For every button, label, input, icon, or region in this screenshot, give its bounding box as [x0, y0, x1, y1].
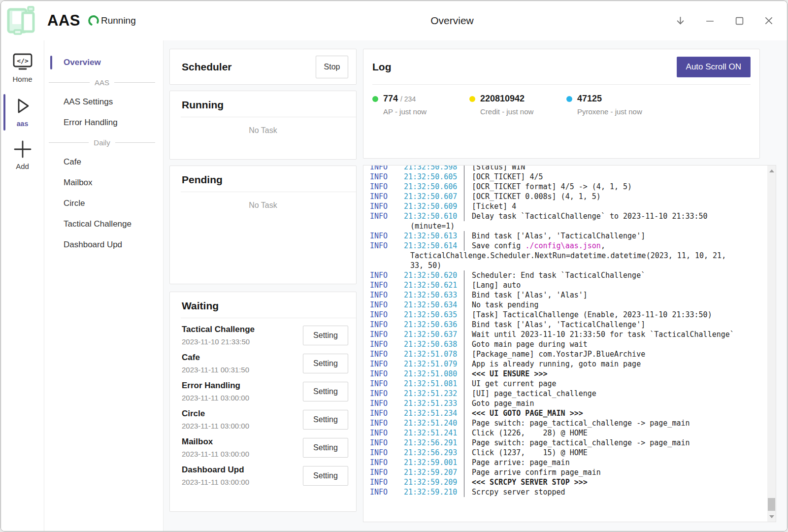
sidebar-item-error-handling[interactable]: Error Handling: [44, 112, 163, 133]
log-entry: INFO21:32:50.621[Lang] auto: [363, 280, 767, 290]
stat-dot-icon: [469, 96, 475, 102]
log-entry: INFO21:32:50.633Bind task ['Alas', 'Alas…: [363, 290, 767, 300]
scroll-down-icon[interactable]: [767, 512, 776, 521]
log-entry-continuation: 33, 50): [363, 261, 767, 270]
log-message: [Package_name] com.YostarJP.BlueArchive: [464, 349, 645, 359]
sidebar-item-dashboard-upd[interactable]: Dashboard Upd: [44, 234, 163, 255]
log-level: INFO: [363, 280, 404, 290]
app-name: AAS: [47, 12, 80, 30]
log-entry: INFO21:32:50.605[OCR_TICKET] 4/5: [363, 172, 767, 182]
log-message: Click (1226, 28) @ HOME: [464, 428, 588, 438]
scheduler-stop-button[interactable]: Stop: [316, 56, 348, 78]
log-message: [OCR_TICKET 0.008s] (4, 1, 5): [464, 192, 601, 201]
pending-card: Pending No Task: [169, 166, 357, 284]
status-label: Running: [101, 15, 136, 26]
task-setting-button[interactable]: Setting: [303, 326, 348, 345]
stat-pyroxene: 47125Pyroxene - just now: [566, 94, 663, 116]
waiting-card: Waiting Tactical Challenge2023-11-10 21:…: [169, 292, 357, 512]
nav-section-label: AAS: [90, 78, 114, 87]
log-entry: INFO21:32:50.613Bind task ['Alas', 'Tact…: [363, 231, 767, 241]
log-message: [OCR_TICKET format] 4/5 -> (4, 1, 5): [464, 182, 632, 192]
sidebar-item-overview[interactable]: Overview: [44, 52, 163, 73]
log-level: INFO: [363, 369, 404, 379]
maximize-button[interactable]: [734, 15, 745, 26]
nav-section-daily: Daily: [44, 133, 163, 152]
log-message: [Ticket] 4: [464, 201, 516, 211]
log-scrollbar[interactable]: [767, 166, 776, 522]
close-button[interactable]: [763, 15, 774, 26]
running-spinner-icon: [87, 14, 100, 27]
log-timestamp: 21:32:50.634: [404, 300, 464, 310]
task-name: Circle: [182, 409, 303, 419]
running-title: Running: [170, 99, 356, 117]
stat-value-row: 220810942: [469, 94, 566, 104]
rail-item-aas[interactable]: aas: [1, 92, 44, 133]
rail-item-home[interactable]: </> Home: [1, 49, 44, 88]
log-timestamp: 21:32:50.636: [404, 320, 464, 330]
rail-item-add[interactable]: Add: [1, 136, 44, 175]
log-message: Goto main page during wait: [464, 339, 588, 349]
task-name: Mailbox: [182, 437, 303, 447]
stat-value-row: 47125: [566, 94, 663, 104]
task-setting-button[interactable]: Setting: [303, 410, 348, 430]
log-level: INFO: [363, 172, 404, 182]
log-message: Page switch: page_tactical_challenge -> …: [464, 418, 690, 428]
minimize-button[interactable]: [704, 15, 715, 26]
log-level: INFO: [363, 231, 404, 241]
task-name: Tactical Challenge: [182, 325, 303, 334]
pending-title: Pending: [170, 174, 356, 192]
task-info: Dashboard Upd2023-11-11 03:00:00: [182, 465, 303, 486]
log-message: [Status] WIN: [464, 165, 525, 172]
waiting-task-row-cafe: Cafe2023-11-11 00:31:50Setting: [182, 349, 348, 377]
stat-credit: 220810942Credit - just now: [469, 94, 566, 116]
sidebar-item-aas-settings[interactable]: AAS Settings: [44, 92, 163, 112]
play-icon: [12, 95, 33, 117]
task-setting-button[interactable]: Setting: [303, 382, 348, 401]
scheduler-card: Scheduler Stop: [169, 49, 357, 85]
task-setting-button[interactable]: Setting: [303, 354, 348, 373]
scroll-up-icon[interactable]: [767, 166, 776, 175]
task-setting-button[interactable]: Setting: [303, 466, 348, 486]
sidebar-item-cafe[interactable]: Cafe: [44, 152, 163, 172]
nav-section-aas: AAS: [44, 73, 163, 92]
log-message: Bind task ['Alas', 'TacticalChallenge']: [464, 231, 645, 241]
task-info: Circle2023-11-11 03:00:00: [182, 409, 303, 430]
log-entry: INFO21:32:59.207Page arrive confirm page…: [363, 467, 767, 477]
scrollbar-thumb[interactable]: [768, 498, 775, 511]
scheduler-title: Scheduler: [182, 61, 316, 73]
stat-label: Pyroxene - just now: [577, 107, 663, 116]
log-entry: INFO21:32:50.609[Ticket] 4: [363, 201, 767, 211]
sidebar-item-circle[interactable]: Circle: [44, 193, 163, 214]
log-timestamp: 21:32:51.233: [404, 399, 464, 408]
log-timestamp: 21:32:59.209: [404, 477, 464, 487]
log-message: [UI] page_tactical_challenge: [464, 389, 596, 399]
log-message: Click (1237, 15) @ HOME: [464, 448, 588, 458]
update-download-button[interactable]: [675, 15, 686, 26]
log-level: INFO: [363, 241, 404, 251]
log-entry: INFO21:32:50.606[OCR_TICKET format] 4/5 …: [363, 182, 767, 192]
sidebar-item-mailbox[interactable]: Mailbox: [44, 172, 163, 193]
waiting-task-row-mailbox: Mailbox2023-11-11 03:00:00Setting: [182, 433, 348, 462]
log-entry: INFO21:32:51.078[Package_name] com.Yosta…: [363, 349, 767, 359]
log-message: App is already running, goto main page: [464, 359, 641, 369]
log-message: Bind task ['Alas', 'Alas']: [464, 290, 588, 300]
log-lines: INFO21:32:50.598[Status] WININFO21:32:50…: [363, 165, 767, 497]
svg-text:</>: </>: [17, 57, 29, 65]
log-message: [Task] TacticalChallenge (Enable, 2023-1…: [464, 310, 712, 320]
icon-rail: </> Home aas Add: [1, 40, 44, 531]
log-level: INFO: [363, 448, 404, 458]
log-timestamp: 21:32:56.291: [404, 438, 464, 448]
sidebar-item-tactical-challenge[interactable]: Tactical Challenge: [44, 214, 163, 234]
log-message: Scheduler: End task `TacticalChallenge`: [464, 270, 645, 280]
auto-scroll-button[interactable]: Auto Scroll ON: [677, 57, 751, 77]
log-level: INFO: [363, 467, 404, 477]
waiting-task-row-error-handling: Error Handling2023-11-11 03:00:00Setting: [182, 377, 348, 405]
task-setting-button[interactable]: Setting: [303, 438, 348, 458]
log-output[interactable]: INFO21:32:50.598[Status] WININFO21:32:50…: [363, 165, 776, 522]
log-level: INFO: [363, 182, 404, 192]
log-timestamp: 21:32:50.605: [404, 172, 464, 182]
log-message: Save config ./config\aas.json,: [464, 241, 605, 251]
log-level: INFO: [363, 300, 404, 310]
log-level: INFO: [363, 201, 404, 211]
log-timestamp: 21:32:50.607: [404, 192, 464, 201]
